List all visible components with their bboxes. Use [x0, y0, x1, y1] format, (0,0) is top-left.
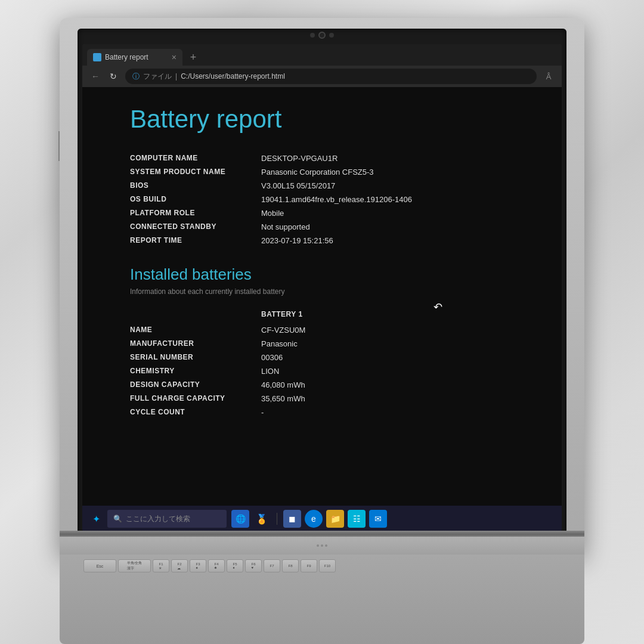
- page-title: Battery report: [130, 105, 514, 134]
- page-content: Battery report COMPUTER NAME DESKTOP-VPG…: [82, 87, 562, 506]
- key-kanji[interactable]: 半角/全角漢字: [118, 559, 151, 572]
- refresh-button[interactable]: ↻: [107, 72, 119, 81]
- new-tab-button[interactable]: +: [185, 49, 202, 66]
- back-button[interactable]: ←: [89, 72, 101, 81]
- search-placeholder: ここに入力して検索: [126, 514, 190, 524]
- battery-value-manufacturer: Panasonic: [261, 339, 298, 348]
- taskbar-icon-globe[interactable]: 🌐: [231, 510, 249, 528]
- battery-value-full-charge: 35,650 mWh: [261, 394, 305, 403]
- system-info-table: COMPUTER NAME DESKTOP-VPGAU1R SYSTEM PRO…: [130, 151, 514, 247]
- laptop-body: Battery report × + ← ↻ ⓘ ファイル | C:/Users…: [60, 18, 584, 555]
- battery-value-name: CF-VZSU0M: [261, 326, 305, 335]
- read-aloud-button[interactable]: Â: [543, 72, 555, 81]
- tab-favicon: [93, 53, 101, 61]
- value-system-product: Panasonic Corporation CFSZ5-3: [261, 168, 374, 177]
- battery-value-chemistry: LION: [261, 367, 279, 376]
- taskbar-search[interactable]: 🔍 ここに入力して検索: [107, 510, 227, 528]
- battery-label-chemistry: CHEMISTRY: [130, 367, 261, 376]
- key-f9[interactable]: F9: [301, 559, 317, 572]
- keyboard-area: Esc 半角/全角漢字 F1☀ F2☁ F3♠ F4♣ F5♦ F6♥ F7 F…: [60, 537, 584, 644]
- address-lock-icon: ⓘ: [132, 72, 140, 82]
- mouse-cursor: ↶: [434, 301, 442, 314]
- info-row-platform-role: PLATFORM ROLE Mobile: [130, 206, 514, 220]
- laptop-screen: Battery report × + ← ↻ ⓘ ファイル | C:/Users…: [82, 44, 562, 532]
- tab-close-button[interactable]: ×: [172, 52, 177, 62]
- taskbar-icon-folder[interactable]: 📁: [326, 510, 344, 528]
- battery-label-design-capacity: DESIGN CAPACITY: [130, 380, 261, 389]
- installed-batteries-title: Installed batteries: [130, 265, 514, 284]
- value-platform-role: Mobile: [261, 209, 284, 218]
- webcam-lens: [318, 32, 326, 39]
- label-system-product: SYSTEM PRODUCT NAME: [130, 168, 261, 177]
- value-os-build: 19041.1.amd64fre.vb_release.191206-1406: [261, 195, 412, 204]
- taskbar-icon-edge[interactable]: e: [305, 510, 323, 528]
- battery-row-serial: SERIAL NUMBER 00306: [130, 351, 514, 364]
- battery-table: BATTERY 1 NAME CF-VZSU0M MANUFACTURER Pa…: [130, 308, 514, 419]
- battery-label-serial: SERIAL NUMBER: [130, 353, 261, 362]
- taskbar-icon-store[interactable]: ☷: [348, 510, 366, 528]
- info-row-bios: BIOS V3.00L15 05/15/2017: [130, 179, 514, 193]
- label-bios: BIOS: [130, 181, 261, 190]
- address-bar[interactable]: ⓘ ファイル | C:/Users/user/battery-report.ht…: [125, 69, 537, 84]
- battery-row-name: NAME CF-VZSU0M: [130, 323, 514, 337]
- taskbar-icon-pin[interactable]: ◼: [283, 510, 301, 528]
- key-f4[interactable]: F4♣: [208, 559, 225, 572]
- value-report-time: 2023-07-19 15:21:56: [261, 236, 333, 245]
- taskbar-icon-medal[interactable]: 🏅: [253, 510, 271, 528]
- key-f5[interactable]: F5♦: [227, 559, 243, 572]
- browser-chrome: Battery report × + ← ↻ ⓘ ファイル | C:/Users…: [82, 44, 562, 87]
- webcam-area: [310, 32, 334, 39]
- tab-bar: Battery report × +: [82, 44, 562, 66]
- battery-value-design-capacity: 46,080 mWh: [261, 380, 305, 389]
- taskbar: ✦ 🔍 ここに入力して検索 🌐 🏅 ◼ e 📁 ☷ ✉: [82, 506, 562, 532]
- key-f3[interactable]: F3♠: [190, 559, 206, 572]
- keyboard-keys: Esc 半角/全角漢字 F1☀ F2☁ F3♠ F4♣ F5♦ F6♥ F7 F…: [60, 555, 584, 577]
- battery-label-cycle-count: CYCLE COUNT: [130, 408, 261, 417]
- key-row-function: Esc 半角/全角漢字 F1☀ F2☁ F3♠ F4♣ F5♦ F6♥ F7 F…: [83, 559, 561, 572]
- taskbar-icon-mail[interactable]: ✉: [369, 510, 387, 528]
- info-row-system-product: SYSTEM PRODUCT NAME Panasonic Corporatio…: [130, 165, 514, 179]
- keyboard-dot-2: [321, 544, 323, 547]
- webcam-dot-right: [329, 33, 334, 38]
- key-f6[interactable]: F6♥: [245, 559, 262, 572]
- battery-row-design-capacity: DESIGN CAPACITY 46,080 mWh: [130, 378, 514, 392]
- battery-row-cycle-count: CYCLE COUNT -: [130, 405, 514, 419]
- address-bar-row: ← ↻ ⓘ ファイル | C:/Users/user/battery-repor…: [82, 66, 562, 87]
- keyboard-dot-3: [325, 544, 327, 547]
- battery-label-manufacturer: MANUFACTURER: [130, 339, 261, 348]
- value-bios: V3.00L15 05/15/2017: [261, 181, 335, 190]
- browser-tab[interactable]: Battery report ×: [87, 49, 182, 66]
- battery-row-manufacturer: MANUFACTURER Panasonic: [130, 337, 514, 351]
- address-separator: |: [175, 72, 177, 80]
- key-f10[interactable]: F10: [319, 559, 336, 572]
- battery-1-header: BATTERY 1: [261, 310, 303, 318]
- screen-bezel: Battery report × + ← ↻ ⓘ ファイル | C:/Users…: [78, 29, 566, 537]
- installed-batteries-subtitle: Information about each currently install…: [130, 287, 514, 296]
- label-computer-name: COMPUTER NAME: [130, 154, 261, 163]
- key-esc[interactable]: Esc: [83, 559, 116, 572]
- battery-header-row: BATTERY 1: [130, 308, 514, 323]
- info-row-connected-standby: CONNECTED STANDBY Not supported: [130, 220, 514, 234]
- info-row-os-build: OS BUILD 19041.1.amd64fre.vb_release.191…: [130, 193, 514, 206]
- key-f7[interactable]: F7: [264, 559, 280, 572]
- key-f2[interactable]: F2☁: [171, 559, 188, 572]
- address-prefix: ファイル: [143, 72, 172, 82]
- info-row-computer-name: COMPUTER NAME DESKTOP-VPGAU1R: [130, 151, 514, 165]
- key-f1[interactable]: F1☀: [153, 559, 169, 572]
- battery-header-spacer: [130, 310, 261, 318]
- keyboard-dot-1: [317, 544, 319, 547]
- key-f8[interactable]: F8: [282, 559, 299, 572]
- info-row-report-time: REPORT TIME 2023-07-19 15:21:56: [130, 234, 514, 247]
- value-computer-name: DESKTOP-VPGAU1R: [261, 154, 338, 163]
- label-connected-standby: CONNECTED STANDBY: [130, 222, 261, 231]
- battery-row-chemistry: CHEMISTRY LION: [130, 364, 514, 378]
- webcam-dot-left: [310, 33, 315, 38]
- battery-row-full-charge: FULL CHARGE CAPACITY 35,650 mWh: [130, 392, 514, 405]
- search-icon: 🔍: [113, 515, 122, 523]
- start-button[interactable]: ✦: [87, 510, 105, 528]
- keyboard-dots: [317, 544, 327, 547]
- value-connected-standby: Not supported: [261, 222, 310, 231]
- label-os-build: OS BUILD: [130, 195, 261, 204]
- address-url: C:/Users/user/battery-report.html: [181, 72, 285, 80]
- battery-label-full-charge: FULL CHARGE CAPACITY: [130, 394, 261, 403]
